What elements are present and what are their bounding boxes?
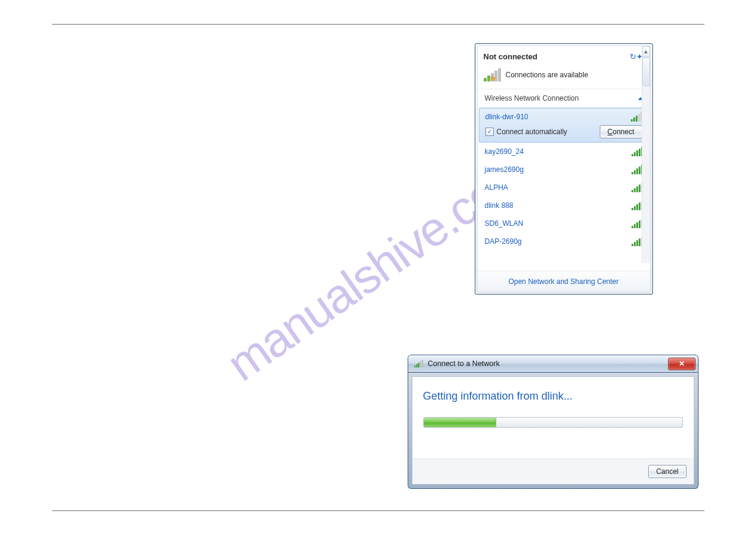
dialog-title-bar[interactable]: Connect to a Network ✕ bbox=[408, 355, 699, 373]
divider-top bbox=[52, 24, 705, 25]
signal-strength-icon bbox=[414, 360, 423, 368]
divider-bottom bbox=[52, 510, 705, 511]
dialog-title-label: Connect to a Network bbox=[428, 359, 500, 368]
network-item[interactable]: kay2690_24 bbox=[478, 143, 650, 161]
network-item[interactable]: DAP-2690g bbox=[478, 232, 650, 250]
network-item[interactable]: dlink 888 bbox=[478, 197, 650, 214]
network-name-label: dlink-dwr-910 bbox=[485, 113, 529, 121]
open-network-center-link[interactable]: Open Network and Sharing Center bbox=[508, 277, 618, 286]
network-item[interactable]: james2690g bbox=[478, 161, 650, 179]
close-button[interactable]: ✕ bbox=[668, 358, 696, 370]
wireless-section-label: Wireless Network Connection bbox=[485, 94, 579, 102]
status-panel: Not connected ↻✦ ★ Connections are avail… bbox=[478, 46, 650, 89]
network-name-label: kay2690_24 bbox=[485, 147, 524, 156]
network-item-selected[interactable]: dlink-dwr-910 ✓ Connect automatically Co… bbox=[479, 108, 649, 143]
scroll-thumb[interactable] bbox=[642, 58, 650, 86]
auto-connect-label: Connect automatically bbox=[497, 128, 567, 136]
connections-available-label: Connections are available bbox=[506, 71, 588, 79]
network-name-label: james2690g bbox=[485, 165, 524, 174]
network-name-label: SD6_WLAN bbox=[485, 219, 524, 228]
wireless-section-header[interactable]: Wireless Network Connection bbox=[478, 89, 650, 108]
network-name-label: dlink 888 bbox=[485, 201, 514, 210]
checkbox-checked-icon: ✓ bbox=[485, 128, 494, 136]
network-item[interactable]: ALPHA bbox=[478, 179, 650, 197]
network-name-label: ALPHA bbox=[485, 183, 508, 192]
scroll-up-icon[interactable]: ▲ bbox=[642, 46, 650, 57]
signal-availability-icon: ★ bbox=[484, 68, 501, 81]
network-name-label: DAP-2690g bbox=[485, 237, 522, 246]
connect-network-dialog: Connect to a Network ✕ Getting informati… bbox=[408, 355, 699, 488]
wifi-flyout-window: Not connected ↻✦ ★ Connections are avail… bbox=[475, 43, 653, 295]
progress-bar bbox=[423, 417, 683, 428]
close-icon: ✕ bbox=[679, 359, 685, 368]
dialog-message: Getting information from dlink... bbox=[412, 377, 694, 411]
cancel-button[interactable]: Cancel bbox=[648, 465, 686, 478]
progress-fill-icon bbox=[424, 418, 497, 427]
connect-button[interactable]: Connect bbox=[600, 125, 642, 138]
auto-connect-checkbox[interactable]: ✓ Connect automatically bbox=[485, 128, 567, 136]
footer-panel: Open Network and Sharing Center bbox=[478, 271, 650, 292]
scrollbar[interactable]: ▲ bbox=[642, 46, 650, 263]
network-list: dlink-dwr-910 ✓ Connect automatically Co… bbox=[478, 108, 650, 271]
network-item[interactable]: SD6_WLAN bbox=[478, 214, 650, 232]
connection-status-label: Not connected bbox=[484, 52, 538, 61]
signal-strength-icon bbox=[631, 112, 642, 122]
